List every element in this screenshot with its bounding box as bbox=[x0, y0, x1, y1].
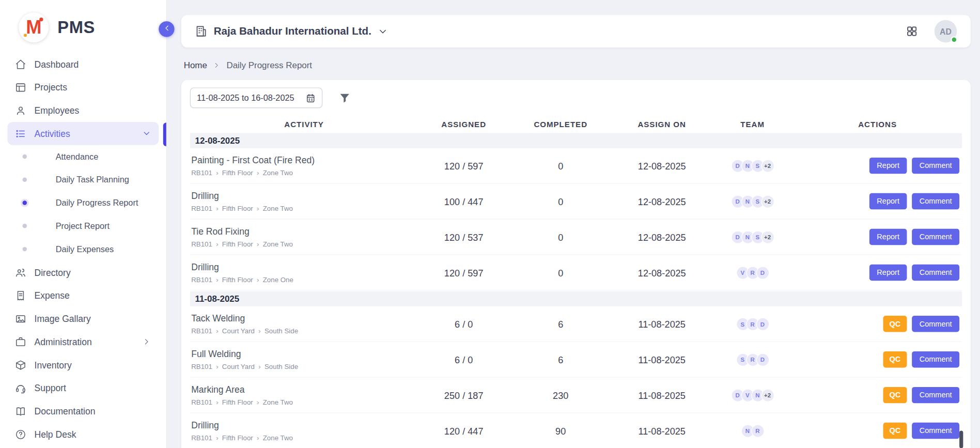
comment-button[interactable]: Comment bbox=[912, 265, 959, 281]
path-segment: South Side bbox=[265, 327, 298, 335]
bullet-icon bbox=[23, 178, 27, 182]
actions-cell: ReportComment bbox=[793, 265, 962, 281]
sidebar-item-expense[interactable]: Expense bbox=[8, 284, 159, 307]
activity-location-path: RB101›Court Yard›South Side bbox=[191, 327, 418, 335]
completed-value: 0 bbox=[509, 231, 612, 242]
comment-button[interactable]: Comment bbox=[912, 387, 959, 403]
sidebar-item-documentation[interactable]: Documentation bbox=[8, 399, 159, 423]
sidebar-item-dashboard[interactable]: Dashboard bbox=[8, 53, 159, 76]
chevron-down-icon[interactable] bbox=[378, 26, 388, 37]
comment-button[interactable]: Comment bbox=[912, 423, 959, 439]
date-group-row: 12-08-2025 bbox=[190, 133, 962, 148]
chevron-separator-icon: › bbox=[257, 240, 259, 248]
team-member-avatar[interactable]: D bbox=[756, 353, 769, 366]
app-name: PMS bbox=[57, 18, 95, 37]
team-extra-count[interactable]: +2 bbox=[761, 195, 774, 208]
table-row: Marking Area RB101›Fifth Floor›Zone Two … bbox=[190, 378, 962, 413]
date-range-input[interactable]: 11-08-2025 to 16-08-2025 bbox=[190, 87, 322, 108]
team-member-avatar[interactable]: D bbox=[756, 266, 769, 279]
sidebar-item-directory[interactable]: Directory bbox=[8, 260, 159, 284]
sidebar-subitem-label: Project Report bbox=[56, 221, 110, 230]
bullet-icon bbox=[23, 247, 27, 251]
chevron-left-icon bbox=[162, 24, 171, 35]
completed-value: 0 bbox=[509, 267, 612, 278]
qc-button[interactable]: QC bbox=[883, 316, 907, 332]
apps-grid-icon[interactable] bbox=[906, 25, 918, 37]
comment-button[interactable]: Comment bbox=[912, 193, 959, 209]
sidebar-item-employees[interactable]: Employees bbox=[8, 99, 159, 122]
sidebar-item-activities[interactable]: Activities bbox=[8, 122, 159, 145]
sidebar-item-label: Administration bbox=[35, 336, 92, 346]
app-logo[interactable]: M PMS bbox=[0, 0, 166, 51]
chevron-right-icon bbox=[213, 61, 221, 69]
report-button[interactable]: Report bbox=[869, 265, 907, 281]
sidebar-subitem-daily-task-planning[interactable]: Daily Task Planning bbox=[8, 168, 159, 191]
assign-on-date: 12-08-2025 bbox=[612, 267, 712, 278]
path-segment: South Side bbox=[265, 363, 298, 370]
sidebar-item-label: Help Desk bbox=[35, 429, 76, 439]
activity-cell: Drilling RB101›Fifth Floor›Zone One bbox=[190, 262, 418, 283]
qc-button[interactable]: QC bbox=[883, 423, 907, 439]
activity-location-path: RB101›Fifth Floor›Zone One bbox=[191, 276, 418, 284]
gallery-icon bbox=[15, 313, 26, 325]
sidebar-subitem-label: Daily Expenses bbox=[56, 244, 114, 254]
team-extra-count[interactable]: +2 bbox=[761, 230, 774, 243]
sidebar-item-image-gallary[interactable]: Image Gallary bbox=[8, 307, 159, 330]
home-icon bbox=[15, 58, 26, 70]
comment-button[interactable]: Comment bbox=[912, 351, 959, 367]
chevron-separator-icon: › bbox=[216, 205, 218, 212]
user-avatar[interactable]: AD bbox=[935, 20, 957, 43]
qc-button[interactable]: QC bbox=[883, 351, 907, 367]
qc-button[interactable]: QC bbox=[883, 387, 907, 403]
chevron-separator-icon: › bbox=[257, 276, 259, 284]
team-member-avatar[interactable]: D bbox=[756, 317, 769, 330]
sidebar-subitem-daily-progress-report[interactable]: Daily Progress Report bbox=[8, 191, 159, 214]
column-header-assign-on: ASSIGN ON bbox=[612, 120, 712, 129]
scrollbar-thumb[interactable] bbox=[959, 431, 963, 448]
report-button[interactable]: Report bbox=[869, 193, 907, 209]
column-header-actions: ACTIONS bbox=[793, 120, 962, 129]
path-segment: Zone Two bbox=[263, 205, 293, 212]
sidebar-item-projects[interactable]: Projects bbox=[8, 75, 159, 99]
activity-name: Tack Welding bbox=[191, 313, 418, 323]
sidebar-item-inventory[interactable]: Inventory bbox=[8, 353, 159, 377]
actions-cell: ReportComment bbox=[793, 193, 962, 209]
activity-location-path: RB101›Fifth Floor›Zone Two bbox=[191, 434, 418, 442]
completed-value: 0 bbox=[509, 160, 612, 171]
bullet-icon bbox=[23, 200, 27, 205]
sidebar-subitem-daily-expenses[interactable]: Daily Expenses bbox=[8, 238, 159, 261]
comment-button[interactable]: Comment bbox=[912, 229, 959, 245]
team-extra-count[interactable]: +2 bbox=[761, 159, 774, 172]
sidebar-item-label: Documentation bbox=[35, 406, 96, 416]
sidebar-collapse-button[interactable] bbox=[159, 21, 174, 37]
column-header-activity: ACTIVITY bbox=[190, 120, 418, 129]
filter-row: 11-08-2025 to 16-08-2025 bbox=[190, 87, 962, 108]
report-button[interactable]: Report bbox=[869, 229, 907, 245]
comment-button[interactable]: Comment bbox=[912, 316, 959, 332]
comment-button[interactable]: Comment bbox=[912, 158, 959, 174]
table-row: Tack Welding RB101›Court Yard›South Side… bbox=[190, 306, 962, 342]
assign-on-date: 11-08-2025 bbox=[612, 425, 712, 436]
activity-name: Drilling bbox=[191, 420, 418, 430]
breadcrumb-home[interactable]: Home bbox=[184, 60, 207, 70]
report-button[interactable]: Report bbox=[869, 158, 907, 174]
sidebar-item-help-desk[interactable]: Help Desk bbox=[8, 423, 159, 446]
activity-cell: Tack Welding RB101›Court Yard›South Side bbox=[190, 313, 418, 334]
activity-name: Drilling bbox=[191, 191, 418, 200]
table-row: Drilling RB101›Fifth Floor›Zone Two 120 … bbox=[190, 413, 962, 448]
sidebar-subitem-project-report[interactable]: Project Report bbox=[8, 214, 159, 238]
team-extra-count[interactable]: +2 bbox=[761, 389, 774, 401]
assigned-value: 6 / 0 bbox=[418, 318, 509, 329]
team-member-avatar[interactable]: R bbox=[751, 424, 764, 437]
completed-value: 6 bbox=[509, 318, 612, 329]
table-row: Drilling RB101›Fifth Floor›Zone Two 100 … bbox=[190, 184, 962, 220]
assign-on-date: 12-08-2025 bbox=[612, 160, 712, 171]
filter-icon[interactable] bbox=[339, 92, 351, 104]
sidebar-item-support[interactable]: Support bbox=[8, 376, 159, 399]
sidebar-subitem-attendance[interactable]: Attendance bbox=[8, 145, 159, 168]
path-segment: Zone One bbox=[263, 276, 293, 284]
chevron-separator-icon: › bbox=[257, 398, 259, 406]
sidebar-item-administration[interactable]: Administration bbox=[8, 330, 159, 353]
sidebar-subitem-label: Attendance bbox=[56, 152, 99, 161]
expense-icon bbox=[15, 290, 26, 301]
